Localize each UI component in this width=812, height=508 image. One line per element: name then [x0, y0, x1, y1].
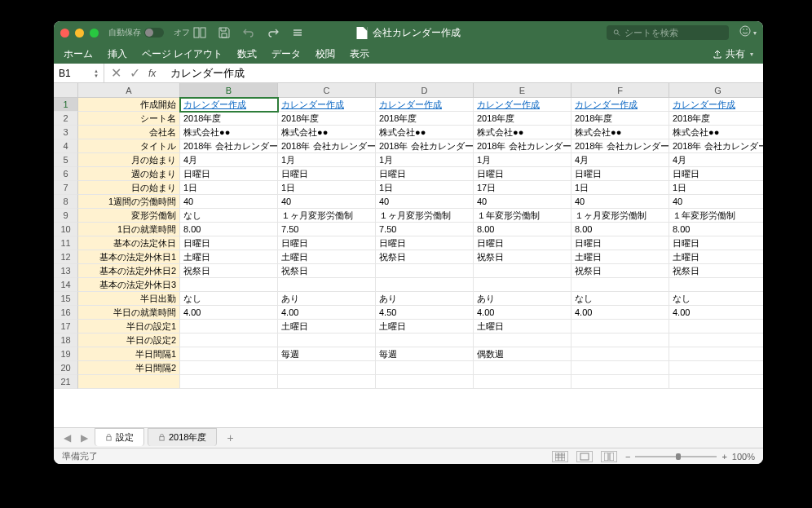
cell[interactable]	[474, 278, 571, 292]
sheet-tab-other[interactable]: 2018年度	[148, 428, 217, 446]
save-icon[interactable]	[218, 26, 231, 39]
column-header[interactable]: D	[376, 83, 474, 98]
cell[interactable]: 変形労働制	[78, 209, 180, 223]
cell[interactable]: 祝祭日	[669, 264, 763, 278]
column-header[interactable]: G	[669, 83, 763, 98]
tab-formulas[interactable]: 数式	[237, 47, 257, 61]
cell[interactable]: 1日	[180, 181, 278, 195]
cell[interactable]: 基本の法定外休日1	[78, 250, 180, 264]
cell[interactable]: 基本の法定休日	[78, 236, 180, 250]
spreadsheet-grid[interactable]: ABCDEFG1作成開始カレンダー作成カレンダー作成カレンダー作成カレンダー作成…	[54, 83, 763, 427]
cell[interactable]: あり	[278, 292, 376, 306]
cell[interactable]	[78, 375, 180, 389]
cell[interactable]: 株式会社●●	[376, 126, 474, 139]
row-header[interactable]: 10	[54, 223, 78, 236]
maximize-button[interactable]	[90, 29, 99, 38]
cell[interactable]: タイトル	[78, 139, 180, 153]
cell[interactable]: 8.00	[180, 223, 278, 236]
cell[interactable]	[571, 361, 669, 375]
zoom-in-button[interactable]: +	[722, 452, 726, 462]
cell[interactable]: 日曜日	[474, 236, 571, 250]
cell[interactable]: １年変形労働制	[669, 209, 763, 223]
cell[interactable]: 半日の設定2	[78, 334, 180, 347]
cell[interactable]	[669, 320, 763, 334]
cell[interactable]: カレンダー作成	[474, 98, 571, 112]
cell[interactable]: 8.00	[669, 223, 763, 236]
cell[interactable]: 4月	[669, 153, 763, 167]
cell[interactable]: 株式会社●●	[669, 126, 763, 139]
cell[interactable]: 祝祭日	[278, 264, 376, 278]
cell[interactable]: 作成開始	[78, 98, 180, 112]
cell[interactable]: 40	[180, 195, 278, 209]
cell[interactable]: 2018年度	[376, 112, 474, 126]
cell[interactable]: 基本の法定外休日3	[78, 278, 180, 292]
view-pagelayout-button[interactable]	[576, 451, 593, 462]
cell[interactable]: 半日出勤	[78, 292, 180, 306]
cell[interactable]: 日曜日	[376, 236, 474, 250]
cell[interactable]: なし	[571, 292, 669, 306]
zoom-out-button[interactable]: −	[625, 452, 630, 462]
more-icon[interactable]	[291, 26, 304, 39]
tab-review[interactable]: 校閲	[316, 47, 335, 61]
cell[interactable]: なし	[180, 292, 278, 306]
row-header[interactable]: 1	[54, 98, 78, 112]
tab-insert[interactable]: 挿入	[108, 47, 127, 61]
cell[interactable]: 土曜日	[571, 250, 669, 264]
sheet-nav-prev[interactable]: ◀	[60, 432, 74, 444]
cell[interactable]: 毎週	[376, 347, 474, 361]
cell[interactable]	[180, 347, 278, 361]
cell[interactable]: 4.00	[571, 306, 669, 320]
cell[interactable]: １ヶ月変形労働制	[376, 209, 474, 223]
row-header[interactable]: 2	[54, 112, 78, 126]
cell[interactable]	[474, 375, 571, 389]
cell[interactable]	[376, 361, 474, 375]
cell[interactable]: １年変形労働制	[474, 209, 571, 223]
cell[interactable]: 7.50	[278, 223, 376, 236]
cell[interactable]	[376, 334, 474, 347]
tab-data[interactable]: データ	[271, 47, 301, 61]
cell[interactable]: 1月	[376, 153, 474, 167]
fx-label[interactable]: fx	[148, 68, 156, 79]
cell[interactable]: 土曜日	[278, 320, 376, 334]
tab-pagelayout[interactable]: ページ レイアウト	[142, 47, 223, 61]
cell[interactable]	[571, 347, 669, 361]
cell[interactable]: 日曜日	[669, 236, 763, 250]
cell[interactable]: 2018年度	[180, 112, 278, 126]
cell[interactable]	[180, 334, 278, 347]
cell[interactable]: 土曜日	[376, 320, 474, 334]
column-header[interactable]: B	[180, 83, 278, 98]
cell[interactable]: 土曜日	[278, 250, 376, 264]
tab-home[interactable]: ホーム	[64, 47, 93, 61]
cell[interactable]	[669, 375, 763, 389]
cell[interactable]: 祝祭日	[180, 264, 278, 278]
cell[interactable]: 2018年 会社カレンダー	[474, 139, 571, 153]
cell[interactable]: あり	[376, 292, 474, 306]
cell[interactable]: 40	[474, 195, 571, 209]
cell[interactable]: 2018年度	[474, 112, 571, 126]
row-header[interactable]: 3	[54, 126, 78, 139]
cell[interactable]: 日曜日	[278, 167, 376, 181]
zoom-slider[interactable]	[635, 456, 717, 457]
tab-view[interactable]: 表示	[350, 47, 369, 61]
cell[interactable]: 月の始まり	[78, 153, 180, 167]
cell[interactable]: 1月	[474, 153, 571, 167]
cell[interactable]: 土曜日	[474, 320, 571, 334]
cell[interactable]	[571, 320, 669, 334]
cell[interactable]	[474, 264, 571, 278]
cancel-icon[interactable]: ✕	[111, 65, 121, 81]
cell[interactable]: 2018年 会社カレンダー	[669, 139, 763, 153]
cell[interactable]: 4月	[180, 153, 278, 167]
cell[interactable]: 40	[278, 195, 376, 209]
cell[interactable]	[376, 375, 474, 389]
cell[interactable]	[669, 334, 763, 347]
cell[interactable]	[669, 361, 763, 375]
cell[interactable]: 7.50	[376, 223, 474, 236]
row-header[interactable]: 4	[54, 139, 78, 153]
cell[interactable]: 1日の就業時間	[78, 223, 180, 236]
close-button[interactable]	[60, 29, 69, 38]
home-icon[interactable]	[193, 26, 206, 39]
cell[interactable]: 2018年度	[669, 112, 763, 126]
cell[interactable]: カレンダー作成	[669, 98, 763, 112]
column-header[interactable]: F	[571, 83, 669, 98]
cell[interactable]: 4.00	[474, 306, 571, 320]
